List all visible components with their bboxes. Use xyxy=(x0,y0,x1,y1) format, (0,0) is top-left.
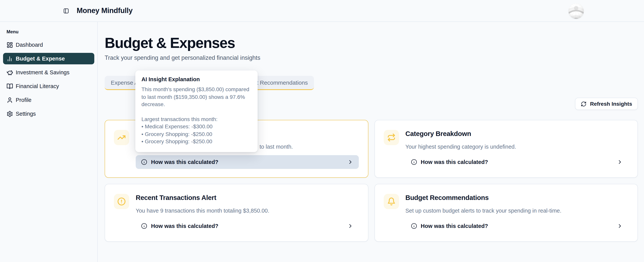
book-open-icon xyxy=(6,83,13,89)
sidebar-item-budget-expense[interactable]: Budget & Expense xyxy=(3,53,94,64)
app-header: Money Mindfully xyxy=(0,0,644,22)
refresh-icon xyxy=(581,101,587,107)
piggy-bank-icon xyxy=(6,69,13,76)
sidebar-item-investment-savings[interactable]: Investment & Savings xyxy=(3,67,94,78)
app-title: Money Mindfully xyxy=(77,6,133,15)
how-calculated-button[interactable]: How was this calculated? xyxy=(406,219,628,233)
how-calculated-button[interactable]: How was this calculated? xyxy=(136,219,358,233)
sidebar-item-label: Investment & Savings xyxy=(16,69,70,75)
tooltip-title: AI Insight Explanation xyxy=(142,76,252,82)
tooltip-paragraph: This month's spending ($3,850.00) compar… xyxy=(142,86,252,108)
user-avatar[interactable] xyxy=(568,3,584,19)
sidebar-section-label: Menu xyxy=(6,29,94,34)
how-calculated-label: How was this calculated? xyxy=(421,223,488,229)
trending-up-icon xyxy=(114,130,129,145)
sidebar-item-label: Settings xyxy=(16,111,36,117)
sidebar-item-label: Budget & Expense xyxy=(16,55,65,62)
sidebar-item-financial-literacy[interactable]: Financial Literacy xyxy=(3,80,94,92)
ai-insight-tooltip: AI Insight Explanation This month's spen… xyxy=(135,70,258,152)
chevron-right-icon xyxy=(617,223,623,229)
panel-left-icon xyxy=(63,8,69,13)
info-icon xyxy=(411,223,417,229)
app-root: Money Mindfully Menu Dashboard xyxy=(0,0,644,262)
bell-icon xyxy=(384,194,399,209)
how-calculated-label: How was this calculated? xyxy=(151,159,218,165)
gear-icon xyxy=(6,110,13,117)
info-icon xyxy=(141,159,147,165)
chevron-right-icon xyxy=(347,223,353,229)
card-title: Category Breakdown xyxy=(406,129,628,138)
info-icon xyxy=(141,223,147,229)
refresh-insights-button[interactable]: Refresh Insights xyxy=(575,98,638,110)
user-icon xyxy=(6,97,13,103)
how-calculated-button[interactable]: How was this calculated? xyxy=(136,155,358,169)
repeat-icon xyxy=(384,130,399,145)
tooltip-paragraph: Largest transactions this month: • Medic… xyxy=(142,115,252,145)
sidebar: Menu Dashboard Budget & Expense xyxy=(0,22,98,262)
sidebar-item-settings[interactable]: Settings xyxy=(3,108,94,119)
card-title: Budget Recommendations xyxy=(406,193,628,202)
sidebar-item-profile[interactable]: Profile xyxy=(3,94,94,106)
how-calculated-label: How was this calculated? xyxy=(151,223,218,229)
sidebar-item-label: Financial Literacy xyxy=(16,83,59,89)
sidebar-nav: Dashboard Budget & Expense Investme xyxy=(3,39,94,119)
page-subtitle: Track your spending and get personalized… xyxy=(105,54,638,62)
chevron-right-icon xyxy=(347,159,353,165)
card-description: Your highest spending category is undefi… xyxy=(406,143,628,151)
card-description: to last month. xyxy=(260,143,358,151)
alert-circle-icon xyxy=(114,194,129,209)
sidebar-item-dashboard[interactable]: Dashboard xyxy=(3,39,94,50)
card-title: Recent Transactions Alert xyxy=(136,193,358,202)
card-description: You have 9 transactions this month total… xyxy=(136,207,358,215)
chevron-right-icon xyxy=(617,159,623,165)
sidebar-item-label: Dashboard xyxy=(16,42,43,48)
card-description: Set up custom budget alerts to track you… xyxy=(406,207,628,215)
bar-chart-icon xyxy=(6,55,13,62)
insight-card-recent-transactions: Recent Transactions Alert You have 9 tra… xyxy=(105,184,368,242)
info-icon xyxy=(411,159,417,165)
how-calculated-button[interactable]: How was this calculated? xyxy=(406,155,628,169)
page-title: Budget & Expenses xyxy=(105,34,638,51)
refresh-insights-label: Refresh Insights xyxy=(590,101,632,107)
how-calculated-label: How was this calculated? xyxy=(421,159,488,165)
insight-card-category-breakdown: Category Breakdown Your highest spending… xyxy=(374,120,638,178)
sidebar-item-label: Profile xyxy=(16,97,32,103)
dashboard-icon xyxy=(6,41,13,48)
insight-card-budget-recommendations: Budget Recommendations Set up custom bud… xyxy=(374,184,638,242)
sidebar-toggle-button[interactable] xyxy=(62,6,70,15)
